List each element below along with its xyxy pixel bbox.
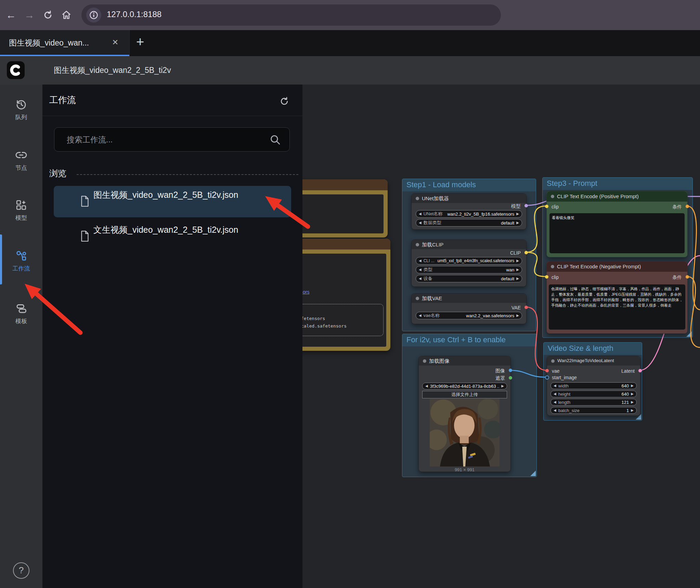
widget-width[interactable]: ◀ width 640 ▶ <box>550 382 637 389</box>
sidebar-item-models[interactable]: 模型 <box>0 199 42 237</box>
browser-tab-active[interactable]: 图生视频_video_wan... × <box>0 30 130 56</box>
search-icon[interactable] <box>269 134 281 145</box>
workflow-search[interactable] <box>54 127 290 152</box>
tab-close-icon[interactable]: × <box>112 36 118 48</box>
workflow-list-item-selected[interactable]: 图生视频_video_wan2_2_5B_ti2v.json <box>54 186 291 217</box>
prev-arrow-icon[interactable]: ◀ <box>554 409 556 412</box>
sidebar-item-workflows[interactable]: 工作流 <box>0 250 42 287</box>
node-wan22-image-to-video-latent[interactable]: Wan22ImageToVideoLatent vae Latent start… <box>547 356 640 416</box>
collapse-dot[interactable] <box>416 297 419 300</box>
upload-button[interactable]: 选择文件上传 <box>422 391 507 398</box>
node-canvas[interactable]: Step1 - Load models For i2v, use Ctrl + … <box>302 85 700 588</box>
widget-image-file[interactable]: ◀ 3f3c969b-e82d-44d1-873a-8cb63 ... ▶ <box>422 383 507 389</box>
model-boxes-icon <box>15 199 27 211</box>
node-positive-prompt[interactable]: CLIP Text Encode (Positive Prompt) clip … <box>546 191 688 257</box>
prev-arrow-icon[interactable]: ◀ <box>554 400 556 404</box>
output-model-dot[interactable] <box>524 204 528 207</box>
next-arrow-icon[interactable]: ▶ <box>631 392 634 396</box>
collapse-dot[interactable] <box>551 265 554 268</box>
workflow-name[interactable]: 图生视频_video_wan2_2_5B_ti2v <box>54 65 171 76</box>
widget-height[interactable]: ◀ height 640 ▶ <box>550 391 637 397</box>
collapse-dot[interactable] <box>551 195 554 198</box>
input-clip-dot[interactable] <box>545 205 548 208</box>
prev-arrow-icon[interactable]: ◀ <box>419 268 422 271</box>
prev-arrow-icon[interactable]: ◀ <box>425 384 428 388</box>
sidebar-item-queue[interactable]: 队列 <box>0 98 42 136</box>
node-vae-loader[interactable]: 加载VAE VAE ◀ vae名称 wan2.2_vae.safetensors… <box>411 293 527 324</box>
reload-icon[interactable] <box>40 8 55 23</box>
next-arrow-icon[interactable]: ▶ <box>516 259 519 263</box>
output-latent-dot[interactable] <box>638 369 642 372</box>
output-vae-dot[interactable] <box>524 306 528 309</box>
document-icon <box>80 195 89 207</box>
home-icon[interactable] <box>59 8 74 23</box>
widget-batch-size[interactable]: ◀ batch_size 1 ▶ <box>550 407 637 414</box>
sidebar-item-templates[interactable]: 模板 <box>0 302 42 340</box>
prev-arrow-icon[interactable]: ◀ <box>419 221 422 225</box>
input-clip-dot[interactable] <box>545 275 548 279</box>
output-image-dot[interactable] <box>509 369 512 372</box>
note-node[interactable] <box>302 179 388 238</box>
next-arrow-icon[interactable]: ▶ <box>516 268 519 271</box>
comfyui-topbar: 图生视频_video_wan2_2_5B_ti2v <box>0 56 700 85</box>
next-arrow-icon[interactable]: ▶ <box>631 384 634 387</box>
next-arrow-icon[interactable]: ▶ <box>516 221 519 225</box>
prev-arrow-icon[interactable]: ◀ <box>419 259 422 263</box>
url-text: 127.0.0.1:8188 <box>107 10 161 19</box>
next-arrow-icon[interactable]: ▶ <box>516 314 519 317</box>
next-arrow-icon[interactable]: ▶ <box>631 400 634 404</box>
next-arrow-icon[interactable]: ▶ <box>516 212 519 216</box>
prev-arrow-icon[interactable]: ◀ <box>419 314 422 317</box>
workflow-list-item[interactable]: 文生视频_video_wan2_2_5B_ti2v.json <box>54 221 291 252</box>
node-clip-loader[interactable]: 加载CLIP CLIP ◀ CLI ... umt5_xxl_fp8_e4m3f… <box>411 240 527 287</box>
prev-arrow-icon[interactable]: ◀ <box>419 212 422 216</box>
output-cond-dot[interactable] <box>686 205 689 208</box>
browser-toolbar: ← → 127.0.0.1:8188 <box>0 0 700 30</box>
prev-arrow-icon[interactable]: ◀ <box>419 277 422 280</box>
output-clip-dot[interactable] <box>524 251 528 254</box>
positive-prompt-textarea[interactable]: 看着镜头微笑 <box>549 213 685 253</box>
widget-clip-type[interactable]: ◀ 类型 wan ▶ <box>416 266 522 273</box>
input-clip-label: clip <box>552 274 559 280</box>
collapse-dot[interactable] <box>416 197 419 200</box>
widget-dtype[interactable]: ◀ 数据类型 default ▶ <box>416 219 522 227</box>
forward-icon[interactable]: → <box>22 8 37 23</box>
next-arrow-icon[interactable]: ▶ <box>501 384 504 388</box>
node-load-image[interactable]: 加载图像 图像 遮罩 ◀ 3f3c969b-e82d-44d1-873a-8cb… <box>418 356 511 472</box>
browse-section-label: 浏览 <box>49 168 66 179</box>
group-resize-handle[interactable] <box>530 471 536 476</box>
input-start-image-dot[interactable] <box>545 375 549 380</box>
next-arrow-icon[interactable]: ▶ <box>631 409 634 412</box>
output-cond-dot[interactable] <box>686 275 689 279</box>
comfyui-logo[interactable] <box>7 61 25 79</box>
widget-vae-name[interactable]: ◀ vae名称 wan2.2_vae.safetensors ▶ <box>416 312 522 319</box>
widget-unet-name[interactable]: ◀ UNet名称 wan2.2_ti2v_5B_fp16.safetensors… <box>416 210 522 218</box>
output-mask-dot[interactable] <box>509 376 512 380</box>
panel-title: 工作流 <box>49 94 76 106</box>
prev-arrow-icon[interactable]: ◀ <box>554 392 556 396</box>
prev-arrow-icon[interactable]: ◀ <box>554 384 556 387</box>
node-title: CLIP Text Encode (Positive Prompt) <box>557 193 639 199</box>
collapse-dot[interactable] <box>416 243 419 246</box>
negative-prompt-textarea[interactable]: 色调艳丽，过曝，静态，细节模糊不清，字幕，风格，作品，画作，画面，静止，整体发灰… <box>549 284 685 330</box>
note-link-fragment[interactable]: sors <box>302 289 309 295</box>
widget-clip-device[interactable]: ◀ 设备 default ▶ <box>416 275 522 282</box>
node-negative-prompt[interactable]: CLIP Text Encode (Negative Prompt) clip … <box>546 261 688 334</box>
collapse-dot[interactable] <box>551 359 555 363</box>
input-vae-dot[interactable] <box>545 369 549 372</box>
help-button[interactable]: ? <box>13 562 29 579</box>
refresh-icon[interactable] <box>279 96 289 106</box>
back-icon[interactable]: ← <box>3 8 18 23</box>
search-input[interactable] <box>66 128 259 152</box>
collapse-dot[interactable] <box>423 359 426 363</box>
new-tab-icon[interactable]: + <box>136 34 144 50</box>
next-arrow-icon[interactable]: ▶ <box>516 277 519 280</box>
url-bar[interactable]: 127.0.0.1:8188 <box>81 4 501 26</box>
site-info-icon[interactable] <box>86 8 101 23</box>
widget-length[interactable]: ◀ length 121 ▶ <box>550 399 637 406</box>
widget-clip-name[interactable]: ◀ CLI ... umt5_xxl_fp8_e4m3fn_scaled.saf… <box>416 257 522 265</box>
sidebar-item-nodes[interactable]: 节点 <box>0 149 42 187</box>
workflow-file-name: 文生视频_video_wan2_2_5B_ti2v.json <box>93 223 241 236</box>
tab-strip: 图生视频_video_wan... × + <box>0 30 700 56</box>
node-unet-loader[interactable]: UNet加载器 模型 ◀ UNet名称 wan2.2_ti2v_5B_fp16.… <box>411 193 527 230</box>
